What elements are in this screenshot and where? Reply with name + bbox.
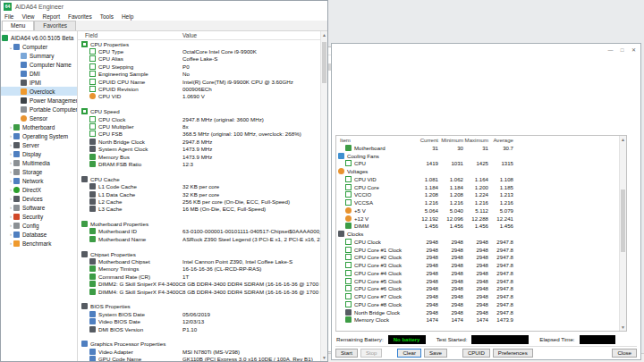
menu-view[interactable]: View <box>21 13 34 20</box>
sensor-scrollbar[interactable]: ▲ ▼ <box>619 136 626 331</box>
sidebar-item-server[interactable]: ›Server <box>1 140 77 149</box>
field-row[interactable]: CPU AliasCoffee Lake-S <box>78 55 327 63</box>
group-row[interactable]: CPU Properties <box>78 40 327 47</box>
sensor-row[interactable]: CPU Core #4 Clock2948294829482947.8 <box>336 269 626 277</box>
fields-scrollbar[interactable]: ▲ ▼ <box>320 31 327 361</box>
sidebar-item-devices[interactable]: ›Devices <box>1 194 77 203</box>
menu-help[interactable]: Help <box>122 13 133 20</box>
sidebar-item-multimedia[interactable]: ›Multimedia <box>1 158 77 167</box>
save-button[interactable]: Save <box>424 349 447 358</box>
sensor-group-row[interactable]: Voltages <box>336 167 626 175</box>
sidebar-item-operating-system[interactable]: ›Operating System <box>1 131 77 140</box>
sidebar-item-sensor[interactable]: Sensor <box>1 114 77 122</box>
sidebar-item-portable-computer[interactable]: Portable Computer <box>1 105 77 114</box>
sensor-row[interactable]: CPU Core #6 Clock2948294829482947.8 <box>336 285 626 293</box>
field-row[interactable]: North Bridge Clock2947.8 MHz <box>78 138 327 145</box>
sidebar-item-computer[interactable]: ⌄Computer <box>1 42 77 51</box>
field-row[interactable]: Memory Timings16-16-16-36 (CL-RCD-RP-RAS… <box>78 265 327 273</box>
field-row[interactable]: L3 Cache16 MB (On-Die, ECC, Full-Speed) <box>78 206 327 213</box>
field-row[interactable]: System BIOS Date05/06/2019 <box>78 310 327 317</box>
sensor-row[interactable]: Memory Clock1474147414741473.9 <box>336 316 626 324</box>
sidebar-item-power-management[interactable]: Power Management <box>1 96 77 105</box>
field-row[interactable]: DIMM2: G Skill SniperX F4-3400C16-8G...8… <box>78 281 327 288</box>
scroll-thumb[interactable] <box>322 42 326 83</box>
sidebar-item-network[interactable]: ›Network <box>1 176 77 185</box>
maximize-icon[interactable]: □ <box>616 47 628 53</box>
sensor-row[interactable]: VCCSA1.2161.2161.2161.216 <box>336 198 626 206</box>
sensor-row[interactable]: CPU VID1.0811.0621.1641.108 <box>336 175 626 183</box>
sidebar-item-storage[interactable]: ›Storage <box>1 167 77 176</box>
menu-report[interactable]: Report <box>42 13 60 20</box>
sensor-row[interactable]: VCCIO1.2081.2081.2241.213 <box>336 191 626 199</box>
scroll-up-icon[interactable]: ▲ <box>321 31 327 38</box>
tab-favorites[interactable]: Favorites <box>34 21 76 30</box>
close-icon[interactable]: ✕ <box>628 46 640 53</box>
cpuid-button[interactable]: CPUID <box>462 349 490 358</box>
field-row[interactable]: Motherboard NameASRock Z390 Steel Legend… <box>78 235 327 242</box>
group-row[interactable]: CPU Cache <box>78 175 327 182</box>
group-row[interactable]: CPU Speed <box>78 108 327 115</box>
field-row[interactable]: CPU VID1.0690 V <box>78 93 327 100</box>
group-row[interactable]: Motherboard Properties <box>78 220 327 227</box>
sidebar-item-security[interactable]: ›Security <box>1 212 77 221</box>
field-row[interactable]: DIMM4: G Skill SniperX F4-3400C16-8G...8… <box>78 288 327 295</box>
sensor-row[interactable]: CPU Core #8 Clock2948294829482947.8 <box>336 300 626 308</box>
sidebar-item-config[interactable]: ›Config <box>1 221 77 230</box>
sensor-row[interactable]: Motherboard31303130.7 <box>336 144 626 152</box>
sidebar-item-dmi[interactable]: DMI <box>1 69 77 78</box>
stability-titlebar[interactable]: — □ ✕ <box>332 44 640 55</box>
sidebar-item-benchmark[interactable]: ›Benchmark <box>1 239 77 248</box>
sensor-row[interactable]: CPU1419103114251315 <box>336 160 626 168</box>
field-row[interactable]: CPU SteppingP0 <box>78 63 327 70</box>
sidebar-item-aida64-v6-00-5105-beta[interactable]: AIDA64 v6.00.5105 Beta <box>1 33 77 42</box>
sidebar-item-software[interactable]: ›Software <box>1 203 77 212</box>
field-row[interactable]: CPU Clock2947.8 MHz (original: 3600 MHz) <box>78 115 327 122</box>
field-column-header[interactable]: Field <box>78 32 182 38</box>
sensor-row[interactable]: CPU Clock2948294829482947.8 <box>336 238 626 246</box>
sidebar-item-display[interactable]: ›Display <box>1 149 77 158</box>
col-item[interactable]: Item <box>336 137 413 143</box>
minimize-icon[interactable]: — <box>605 47 616 53</box>
sidebar-item-directx[interactable]: ›DirectX <box>1 185 77 194</box>
close-button[interactable]: Close <box>612 349 637 358</box>
stop-button[interactable]: Stop <box>360 349 383 358</box>
tab-menu[interactable]: Menu <box>2 21 34 30</box>
scroll-down-icon[interactable]: ▼ <box>321 354 327 361</box>
sensor-scroll-thumb[interactable] <box>621 189 625 252</box>
field-row[interactable]: Motherboard ID63-0100-000001-00101111-04… <box>78 228 327 235</box>
field-row[interactable]: CPU FSB368.5 MHz (original: 100 MHz, ove… <box>78 130 327 138</box>
field-row[interactable]: GPU Code NameGK110B (PCI Express 3.0 x16… <box>78 355 327 361</box>
field-row[interactable]: CPUID CPU NameIntel(R) Core(TM) i9-9900K… <box>78 78 327 85</box>
col-maximum[interactable]: Maximum <box>463 137 488 143</box>
field-row[interactable]: Motherboard ChipsetIntel Cannon Point Z3… <box>78 257 327 265</box>
sidebar-item-ipmi[interactable]: IPMI <box>1 78 77 87</box>
value-column-header[interactable]: Value <box>182 32 327 38</box>
sensor-row[interactable]: CPU Core #3 Clock2948294829482947.8 <box>336 261 626 269</box>
sidebar-item-summary[interactable]: Summary <box>1 51 77 60</box>
field-row[interactable]: CPUID Revision000906ECh <box>78 85 327 92</box>
start-button[interactable]: Start <box>335 349 358 358</box>
sensor-table-header[interactable]: Item Current Minimum Maximum Average <box>336 136 626 144</box>
field-row[interactable]: CPU Multiplier8x <box>78 122 327 130</box>
col-average[interactable]: Average <box>488 137 513 143</box>
sensor-row[interactable]: CPU Core1.1841.1841.2001.185 <box>336 183 626 191</box>
menu-favorites[interactable]: Favorites <box>68 13 92 20</box>
menu-file[interactable]: File <box>4 13 13 20</box>
group-row[interactable]: Chipset Properties <box>78 250 327 257</box>
field-row[interactable]: DMI BIOS VersionP1.10 <box>78 325 327 333</box>
field-row[interactable]: Memory Bus1473.9 MHz <box>78 153 327 160</box>
field-row[interactable]: Engineering SampleNo <box>78 71 327 78</box>
field-row[interactable]: DRAM:FSB Ratio12:3 <box>78 160 327 167</box>
aida64-titlebar[interactable]: 64 AIDA64 Engineer <box>1 1 327 12</box>
sensor-row[interactable]: CPU Core #1 Clock2948294829482947.8 <box>336 246 626 254</box>
sensor-row[interactable]: +5 V5.0645.0405.1125.079 <box>336 206 626 215</box>
sensor-row[interactable]: CPU Core #7 Clock2948294829482947.8 <box>336 292 626 300</box>
sidebar-item-computer-name[interactable]: Computer Name <box>1 60 77 69</box>
column-headers[interactable]: Field Value <box>78 31 327 40</box>
col-current[interactable]: Current <box>413 137 438 143</box>
menu-tools[interactable]: Tools <box>100 13 114 20</box>
sensor-scroll-down-icon[interactable]: ▼ <box>620 324 626 331</box>
sidebar-item-database[interactable]: ›Database <box>1 230 77 239</box>
col-minimum[interactable]: Minimum <box>438 137 463 143</box>
sensor-row[interactable]: CPU Core #5 Clock2948294829482947.8 <box>336 277 626 285</box>
